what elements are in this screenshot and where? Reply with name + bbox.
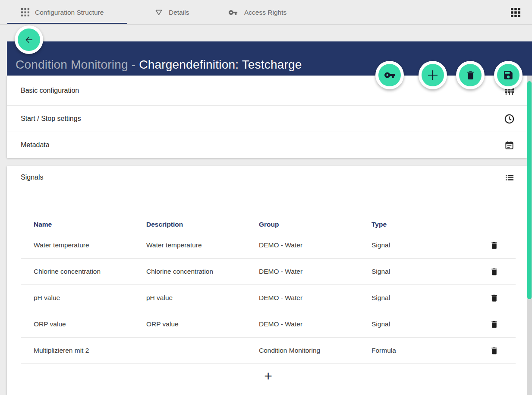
delete-row-button[interactable]: [472, 267, 516, 276]
tab-label: Configuration Structure: [35, 9, 104, 16]
arrow-left-icon: [24, 35, 34, 45]
back-button[interactable]: [15, 25, 43, 54]
column-header-group: Group: [246, 221, 359, 228]
triangle-icon: [154, 8, 163, 16]
cell-type: Signal: [359, 268, 472, 275]
save-fab[interactable]: [494, 61, 523, 89]
delete-row-button[interactable]: [472, 241, 516, 250]
section-label: Start / Stop settings: [21, 115, 81, 123]
column-header-description: Description: [133, 221, 246, 228]
cell-group: DEMO - Water: [246, 294, 359, 302]
delete-row-button[interactable]: [472, 320, 516, 329]
cell-type: Formula: [359, 347, 472, 354]
delete-row-button[interactable]: [472, 294, 516, 303]
cell-description: Chlorine concentration: [133, 268, 246, 275]
column-header-type: Type: [359, 221, 472, 228]
add-signal-button[interactable]: +: [21, 364, 516, 390]
tab-details[interactable]: Details: [154, 0, 189, 25]
cell-type: Signal: [359, 320, 472, 328]
delete-fab[interactable]: [456, 61, 485, 89]
cell-group: DEMO - Water: [246, 268, 359, 275]
cell-group: DEMO - Water: [246, 241, 359, 249]
cell-name: ORP value: [21, 320, 133, 328]
table-header-row: Name Description Group Type: [21, 217, 516, 232]
page-title-prefix: Condition Monitoring -: [16, 58, 139, 71]
grid-icon: [21, 8, 29, 16]
trash-icon: [490, 267, 499, 276]
signals-table: Name Description Group Type Water temper…: [21, 217, 516, 390]
list-icon[interactable]: [504, 172, 515, 183]
page-title: Condition Monitoring - Chargendefinition…: [16, 58, 302, 72]
table-row[interactable]: Water temperature Water temperature DEMO…: [21, 232, 516, 259]
apps-menu-button[interactable]: [511, 8, 520, 17]
page-title-main: Chargendefinition: Testcharge: [139, 58, 302, 71]
tab-access-rights[interactable]: Access Rights: [227, 0, 286, 25]
page-header: Condition Monitoring - Chargendefinition…: [7, 41, 532, 76]
cell-type: Signal: [359, 241, 472, 249]
section-start-stop-settings[interactable]: Start / Stop settings: [7, 106, 527, 132]
scrollbar-thumb[interactable]: [527, 81, 532, 299]
cell-name: Chlorine concentration: [21, 268, 133, 275]
cell-description: Water temperature: [133, 241, 246, 249]
tab-configuration-structure[interactable]: Configuration Structure: [21, 0, 104, 25]
cell-name: pH value: [21, 294, 133, 302]
trash-icon: [490, 346, 499, 355]
table-row[interactable]: Multiplizieren mit 2 Condition Monitorin…: [21, 338, 516, 364]
active-tab-indicator: [7, 23, 127, 24]
table-row[interactable]: Chlorine concentration Chlorine concentr…: [21, 259, 516, 285]
cell-type: Signal: [359, 294, 472, 302]
access-rights-fab[interactable]: [375, 61, 404, 89]
top-tab-bar: Configuration Structure Details Access R…: [0, 0, 532, 25]
apps-grid-icon: [511, 8, 520, 17]
cell-name: Water temperature: [21, 241, 133, 249]
clock-icon: [504, 113, 515, 124]
delete-row-button[interactable]: [472, 346, 516, 355]
trash-icon: [490, 241, 499, 250]
add-fab[interactable]: [419, 61, 447, 89]
section-label: Metadata: [21, 141, 50, 149]
plus-icon: +: [264, 369, 272, 383]
cell-group: DEMO - Water: [246, 320, 359, 328]
cell-description: ORP value: [133, 320, 246, 328]
trash-icon: [490, 294, 499, 303]
key-icon: [384, 70, 395, 81]
tab-label: Access Rights: [244, 9, 286, 16]
section-basic-configuration[interactable]: Basic configuration: [7, 76, 527, 106]
signals-card: Signals Name Description Group Type Wate…: [7, 166, 527, 395]
cell-name: Multiplizieren mit 2: [21, 347, 133, 354]
table-row[interactable]: ORP value ORP value DEMO - Water Signal: [21, 311, 516, 338]
cell-description: pH value: [133, 294, 246, 302]
scrollbar-track[interactable]: [527, 76, 532, 395]
cell-group: Condition Monitoring: [246, 347, 359, 354]
tab-label: Details: [169, 9, 189, 16]
column-header-name: Name: [21, 221, 133, 228]
section-label: Basic configuration: [21, 87, 79, 95]
configuration-sections-card: Basic configuration Start / Stop setting…: [7, 76, 527, 158]
save-icon: [503, 70, 514, 81]
trash-icon: [490, 320, 499, 329]
trash-icon: [465, 70, 476, 81]
calendar-icon: [504, 139, 515, 151]
section-metadata[interactable]: Metadata: [7, 132, 527, 158]
table-row[interactable]: pH value pH value DEMO - Water Signal: [21, 285, 516, 311]
key-icon: [227, 8, 239, 17]
plus-icon: [427, 69, 439, 81]
signals-title: Signals: [21, 174, 43, 181]
